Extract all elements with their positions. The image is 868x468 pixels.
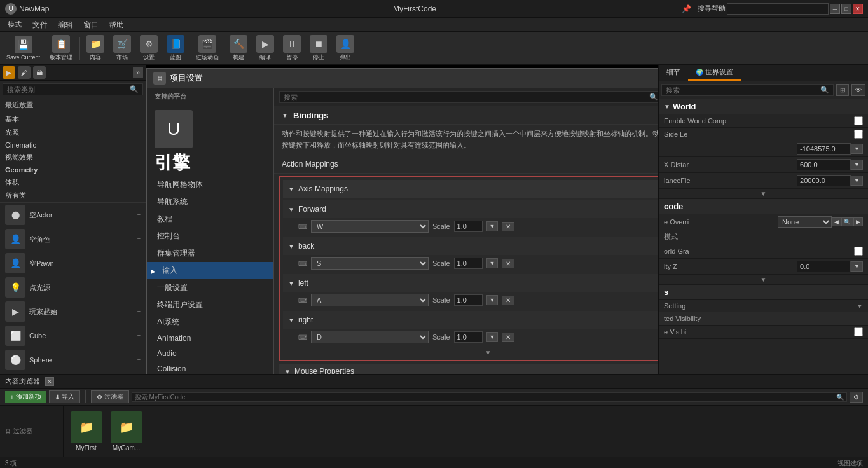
setting-expand[interactable]: ▼ bbox=[857, 303, 863, 310]
world-grid-btn[interactable]: ⊞ bbox=[836, 84, 849, 96]
category-cinematic[interactable]: Cinematic bbox=[0, 139, 146, 151]
ity-z-expand-down[interactable]: ▼ bbox=[761, 276, 767, 283]
ity-z-expand-btn[interactable]: ▼ bbox=[851, 261, 863, 272]
actor-sphere[interactable]: ⚪ Sphere + bbox=[0, 348, 146, 372]
landscape-mode-icon[interactable]: 🏔 bbox=[33, 66, 46, 79]
world-gra-checkbox[interactable] bbox=[854, 247, 863, 256]
sidebar-navmesh[interactable]: 导航网格物体 bbox=[147, 176, 273, 193]
pause-btn[interactable]: ⏸ 暂停 bbox=[279, 32, 305, 64]
content-btn[interactable]: 📁 内容 bbox=[83, 32, 108, 64]
build-btn[interactable]: 🔨 构建 bbox=[226, 32, 251, 64]
save-current-btn[interactable]: 💾 Save Current bbox=[3, 33, 44, 63]
filter-btn[interactable]: ⚙ 过滤器 bbox=[91, 390, 129, 403]
world-search-input[interactable] bbox=[666, 86, 820, 94]
minimize-btn[interactable]: ─ bbox=[830, 4, 840, 14]
left-remove-btn[interactable]: ✕ bbox=[502, 296, 514, 305]
category-all[interactable]: 所有类 bbox=[0, 189, 146, 202]
stop-btn[interactable]: ⏹ 停止 bbox=[306, 32, 331, 64]
add-new-btn[interactable]: + 添加新项 bbox=[5, 391, 46, 403]
x-dist-input[interactable] bbox=[797, 143, 851, 155]
sidebar-crowd[interactable]: 群集管理器 bbox=[147, 245, 273, 262]
actor-cube[interactable]: ⬜ Cube + bbox=[0, 324, 146, 348]
cb-settings-btn[interactable]: ⚙ bbox=[850, 392, 863, 403]
sidebar-tutorial[interactable]: 教程 bbox=[147, 210, 273, 228]
blueprint-btn[interactable]: 📘 蓝图 bbox=[163, 32, 188, 64]
forward-scale-down-btn[interactable]: ▼ bbox=[486, 221, 499, 231]
tab-world-settings[interactable]: 🌍世界设置 bbox=[688, 65, 741, 81]
sidebar-general[interactable]: 一般设置 bbox=[147, 279, 273, 296]
e-visibi-checkbox[interactable] bbox=[854, 327, 863, 336]
launch-btn[interactable]: 👤 弹出 bbox=[333, 32, 358, 64]
enable-world-comp-checkbox[interactable] bbox=[854, 116, 863, 125]
menu-edit[interactable]: 编辑 bbox=[53, 18, 78, 32]
right-remove-btn[interactable]: ✕ bbox=[502, 333, 514, 342]
ance-fie-expand-btn[interactable]: ▼ bbox=[851, 176, 863, 186]
maximize-btn[interactable]: □ bbox=[841, 4, 851, 14]
compile-btn[interactable]: ▶ 编译 bbox=[252, 32, 278, 64]
actor-point-light[interactable]: 💡 点光源 + bbox=[0, 275, 146, 299]
back-scale-input[interactable] bbox=[454, 258, 483, 269]
actor-player-start[interactable]: ▶ 玩家起始 + bbox=[0, 299, 146, 324]
cinematic-btn[interactable]: 🎬 过场动画 bbox=[189, 32, 224, 64]
back-key-select[interactable]: S bbox=[311, 257, 429, 270]
search-help-input[interactable] bbox=[727, 3, 829, 15]
left-key-select[interactable]: A bbox=[311, 294, 429, 306]
sidebar-audio[interactable]: Audio bbox=[147, 346, 273, 361]
menu-file[interactable]: 文件 bbox=[27, 18, 53, 32]
right-key-select[interactable]: D bbox=[311, 331, 429, 343]
tab-details[interactable]: 细节 bbox=[659, 65, 688, 81]
sidebar-ai[interactable]: AI系统 bbox=[147, 313, 273, 331]
left-scale-down-btn[interactable]: ▼ bbox=[486, 295, 499, 305]
world-eye-btn[interactable]: 👁 bbox=[851, 84, 865, 96]
sidebar-console[interactable]: 控制台 bbox=[147, 228, 273, 245]
x-distar-input[interactable] bbox=[797, 159, 851, 170]
search-category-input[interactable] bbox=[7, 86, 130, 93]
menu-help[interactable]: 帮助 bbox=[104, 18, 129, 32]
forward-key-select[interactable]: W bbox=[311, 220, 429, 233]
cb-item-mygam[interactable]: 📁 MyGam... bbox=[109, 411, 144, 451]
ity-z-input[interactable] bbox=[797, 261, 851, 272]
scroll-down-btn[interactable]: ▼ bbox=[485, 349, 492, 356]
actor-empty-char[interactable]: 👤 空角色 + bbox=[0, 227, 146, 251]
actor-empty-pawn[interactable]: 👤 空Pawn + bbox=[0, 251, 146, 275]
override-right-btn[interactable]: ▶ bbox=[853, 217, 863, 226]
sidebar-enduser[interactable]: 终端用户设置 bbox=[147, 296, 273, 313]
back-remove-btn[interactable]: ✕ bbox=[502, 259, 514, 268]
cb-search-input[interactable] bbox=[135, 394, 836, 401]
override-select[interactable]: None bbox=[778, 216, 832, 228]
category-volume[interactable]: 体积 bbox=[0, 176, 146, 189]
back-scale-down-btn[interactable]: ▼ bbox=[486, 258, 499, 268]
category-basic[interactable]: 基本 bbox=[0, 113, 146, 126]
forward-scale-input[interactable] bbox=[454, 221, 483, 232]
paint-mode-icon[interactable]: 🖌 bbox=[18, 66, 31, 79]
ance-fie-input[interactable] bbox=[797, 175, 851, 186]
right-scale-input[interactable] bbox=[454, 331, 483, 343]
content-browser-close-btn[interactable]: ✕ bbox=[45, 377, 54, 386]
actor-empty-actor[interactable]: ⬤ 空Actor + bbox=[0, 202, 146, 227]
view-options-label[interactable]: 视图选项 bbox=[837, 459, 863, 468]
menu-window[interactable]: 窗口 bbox=[78, 18, 104, 32]
sidebar-input[interactable]: ▶ 输入 bbox=[147, 262, 273, 279]
close-btn[interactable]: ✕ bbox=[853, 4, 863, 14]
actor-cylinder[interactable]: ⬡ Cylinder + bbox=[0, 372, 146, 374]
category-lighting[interactable]: 光照 bbox=[0, 126, 146, 139]
left-scale-input[interactable] bbox=[454, 294, 483, 306]
forward-remove-btn[interactable]: ✕ bbox=[502, 222, 514, 231]
expand-icon[interactable]: » bbox=[133, 67, 143, 78]
import-btn[interactable]: ⬇ 导入 bbox=[49, 390, 80, 403]
category-geometry[interactable]: Geometry bbox=[0, 164, 146, 176]
settings-btn[interactable]: ⚙ 设置 bbox=[136, 32, 162, 64]
sidebar-collision[interactable]: Collision bbox=[147, 361, 273, 374]
ance-fie-expand-arrow[interactable]: ▼ bbox=[761, 190, 767, 197]
market-btn[interactable]: 🛒 市场 bbox=[109, 32, 135, 64]
override-search-btn[interactable]: 🔍 bbox=[841, 217, 853, 226]
input-search-field[interactable] bbox=[284, 93, 649, 101]
category-visual[interactable]: 视觉效果 bbox=[0, 151, 146, 164]
cb-item-myfirst[interactable]: 📁 MyFirst bbox=[69, 411, 104, 451]
side-le-checkbox[interactable] bbox=[854, 130, 863, 139]
version-btn[interactable]: 📋 版本管理 bbox=[45, 32, 77, 64]
sidebar-animation[interactable]: Animation bbox=[147, 331, 273, 346]
override-left-btn[interactable]: ◀ bbox=[832, 217, 841, 226]
right-scale-down-btn[interactable]: ▼ bbox=[486, 332, 499, 342]
pin-icon[interactable]: 📌 bbox=[682, 4, 691, 13]
